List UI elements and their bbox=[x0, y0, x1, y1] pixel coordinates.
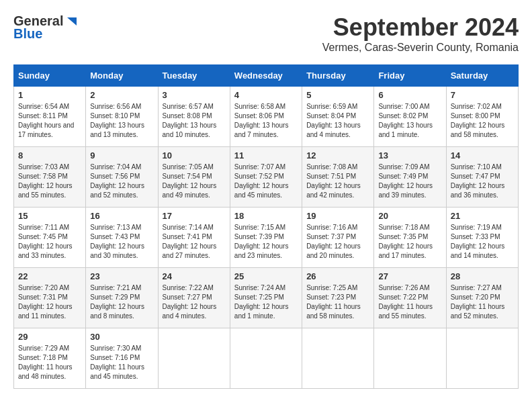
header-friday: Friday bbox=[374, 65, 446, 87]
week-row-1: 1 Sunrise: 6:54 AMSunset: 8:11 PMDayligh… bbox=[14, 87, 519, 147]
calendar-table: Sunday Monday Tuesday Wednesday Thursday… bbox=[13, 64, 519, 389]
day-28: 28 Sunrise: 7:27 AMSunset: 7:20 PMDaylig… bbox=[446, 268, 518, 328]
header-monday: Monday bbox=[86, 65, 158, 87]
empty-cell-5 bbox=[446, 328, 518, 389]
day-10: 10 Sunrise: 7:05 AMSunset: 7:54 PMDaylig… bbox=[158, 147, 230, 208]
week-row-2: 8 Sunrise: 7:03 AMSunset: 7:58 PMDayligh… bbox=[14, 147, 519, 208]
day-21: 21 Sunrise: 7:19 AMSunset: 7:33 PMDaylig… bbox=[446, 208, 518, 268]
day-12: 12 Sunrise: 7:08 AMSunset: 7:51 PMDaylig… bbox=[302, 147, 374, 208]
day-8: 8 Sunrise: 7:03 AMSunset: 7:58 PMDayligh… bbox=[14, 147, 86, 208]
header-thursday: Thursday bbox=[302, 65, 374, 87]
empty-cell-4 bbox=[374, 328, 446, 389]
header-saturday: Saturday bbox=[446, 65, 518, 87]
day-13: 13 Sunrise: 7:09 AMSunset: 7:49 PMDaylig… bbox=[374, 147, 446, 208]
location-subtitle: Vermes, Caras-Severin County, Romania bbox=[322, 42, 519, 54]
day-3: 3 Sunrise: 6:57 AMSunset: 8:08 PMDayligh… bbox=[158, 87, 230, 147]
week-row-3: 15 Sunrise: 7:11 AMSunset: 7:45 PMDaylig… bbox=[14, 208, 519, 268]
day-2: 2 Sunrise: 6:56 AMSunset: 8:10 PMDayligh… bbox=[86, 87, 158, 147]
day-4: 4 Sunrise: 6:58 AMSunset: 8:06 PMDayligh… bbox=[230, 87, 302, 147]
header-wednesday: Wednesday bbox=[230, 65, 302, 87]
empty-cell-3 bbox=[302, 328, 374, 389]
day-1: 1 Sunrise: 6:54 AMSunset: 8:11 PMDayligh… bbox=[14, 87, 86, 147]
week-row-4: 22 Sunrise: 7:20 AMSunset: 7:31 PMDaylig… bbox=[14, 268, 519, 328]
day-16: 16 Sunrise: 7:13 AMSunset: 7:43 PMDaylig… bbox=[86, 208, 158, 268]
week-row-5: 29 Sunrise: 7:29 AMSunset: 7:18 PMDaylig… bbox=[14, 328, 519, 389]
title-section: September 2024 Vermes, Caras-Severin Cou… bbox=[322, 13, 519, 54]
header-sunday: Sunday bbox=[14, 65, 86, 87]
day-27: 27 Sunrise: 7:26 AMSunset: 7:22 PMDaylig… bbox=[374, 268, 446, 328]
day-6: 6 Sunrise: 7:00 AMSunset: 8:02 PMDayligh… bbox=[374, 87, 446, 147]
day-30: 30 Sunrise: 7:30 AMSunset: 7:16 PMDaylig… bbox=[86, 328, 158, 389]
page-container: General Blue September 2024 Vermes, Cara… bbox=[13, 13, 519, 389]
weekday-header-row: Sunday Monday Tuesday Wednesday Thursday… bbox=[14, 65, 519, 87]
month-year-title: September 2024 bbox=[322, 13, 519, 42]
day-23: 23 Sunrise: 7:21 AMSunset: 7:29 PMDaylig… bbox=[86, 268, 158, 328]
day-17: 17 Sunrise: 7:14 AMSunset: 7:41 PMDaylig… bbox=[158, 208, 230, 268]
day-20: 20 Sunrise: 7:18 AMSunset: 7:35 PMDaylig… bbox=[374, 208, 446, 268]
day-26: 26 Sunrise: 7:25 AMSunset: 7:23 PMDaylig… bbox=[302, 268, 374, 328]
day-22: 22 Sunrise: 7:20 AMSunset: 7:31 PMDaylig… bbox=[14, 268, 86, 328]
header: General Blue September 2024 Vermes, Cara… bbox=[13, 13, 519, 54]
empty-cell-2 bbox=[230, 328, 302, 389]
day-15: 15 Sunrise: 7:11 AMSunset: 7:45 PMDaylig… bbox=[14, 208, 86, 268]
header-tuesday: Tuesday bbox=[158, 65, 230, 87]
day-19: 19 Sunrise: 7:16 AMSunset: 7:37 PMDaylig… bbox=[302, 208, 374, 268]
day-14: 14 Sunrise: 7:10 AMSunset: 7:47 PMDaylig… bbox=[446, 147, 518, 208]
day-7: 7 Sunrise: 7:02 AMSunset: 8:00 PMDayligh… bbox=[446, 87, 518, 147]
empty-cell-1 bbox=[158, 328, 230, 389]
day-25: 25 Sunrise: 7:24 AMSunset: 7:25 PMDaylig… bbox=[230, 268, 302, 328]
logo: General Blue bbox=[13, 13, 78, 42]
day-24: 24 Sunrise: 7:22 AMSunset: 7:27 PMDaylig… bbox=[158, 268, 230, 328]
day-11: 11 Sunrise: 7:07 AMSunset: 7:52 PMDaylig… bbox=[230, 147, 302, 208]
day-29: 29 Sunrise: 7:29 AMSunset: 7:18 PMDaylig… bbox=[14, 328, 86, 389]
svg-marker-0 bbox=[67, 17, 77, 26]
day-5: 5 Sunrise: 6:59 AMSunset: 8:04 PMDayligh… bbox=[302, 87, 374, 147]
day-18: 18 Sunrise: 7:15 AMSunset: 7:39 PMDaylig… bbox=[230, 208, 302, 268]
day-9: 9 Sunrise: 7:04 AMSunset: 7:56 PMDayligh… bbox=[86, 147, 158, 208]
